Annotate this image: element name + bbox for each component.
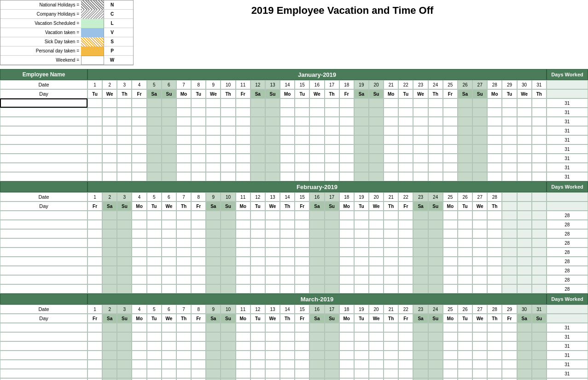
emp-day-0-3-27[interactable] xyxy=(472,126,487,135)
emp-day-1-4-2[interactable] xyxy=(102,248,117,257)
emp-day-0-3-12[interactable] xyxy=(250,126,265,135)
emp-day-2-5-18[interactable] xyxy=(339,369,354,378)
emp-day-2-5-19[interactable] xyxy=(354,369,369,378)
emp-day-2-3-28[interactable] xyxy=(487,351,502,360)
emp-day-1-3-28[interactable] xyxy=(487,238,502,248)
emp-day-2-6-5[interactable] xyxy=(147,378,162,380)
emp-day-1-8-5[interactable] xyxy=(147,284,162,294)
emp-day-0-1-7[interactable] xyxy=(176,108,191,117)
emp-day-2-2-10[interactable] xyxy=(221,341,235,351)
emp-day-2-4-3[interactable] xyxy=(117,360,132,369)
emp-day-2-3-10[interactable] xyxy=(221,351,235,360)
emp-day-0-5-6[interactable] xyxy=(162,144,176,154)
emp-day-1-3-7[interactable] xyxy=(176,238,191,248)
emp-day-0-7-27[interactable] xyxy=(472,163,487,172)
emp-day-1-5-25[interactable] xyxy=(443,257,458,266)
emp-day-1-8-21[interactable] xyxy=(384,284,398,294)
emp-day-2-6-18[interactable] xyxy=(339,378,354,380)
emp-day-0-8-1[interactable] xyxy=(87,172,102,181)
emp-day-0-7-1[interactable] xyxy=(87,163,102,172)
emp-day-0-3-19[interactable] xyxy=(354,126,369,135)
emp-day-1-5-16[interactable] xyxy=(309,257,324,266)
emp-day-1-7-26[interactable] xyxy=(458,275,472,284)
emp-day-0-3-3[interactable] xyxy=(117,126,132,135)
emp-day-2-4-18[interactable] xyxy=(339,360,354,369)
emp-day-0-8-11[interactable] xyxy=(236,172,250,181)
emp-day-0-3-29[interactable] xyxy=(502,126,517,135)
emp-day-0-5-28[interactable] xyxy=(487,144,502,154)
emp-day-2-6-29[interactable] xyxy=(502,378,517,380)
emp-day-2-3-16[interactable] xyxy=(309,351,324,360)
emp-day-2-4-16[interactable] xyxy=(309,360,324,369)
emp-day-1-0-17[interactable] xyxy=(325,211,339,220)
emp-day-2-4-27[interactable] xyxy=(472,360,487,369)
emp-day-1-4-7[interactable] xyxy=(176,248,191,257)
emp-day-1-1-19[interactable] xyxy=(354,220,369,229)
emp-day-1-7-9[interactable] xyxy=(206,275,221,284)
emp-day-1-1-3[interactable] xyxy=(117,220,132,229)
emp-day-0-5-13[interactable] xyxy=(265,144,280,154)
emp-day-2-0-10[interactable] xyxy=(221,323,235,332)
emp-day-2-5-22[interactable] xyxy=(398,369,413,378)
emp-day-1-3-10[interactable] xyxy=(221,238,235,248)
emp-day-1-3-27[interactable] xyxy=(472,238,487,248)
emp-day-1-6-9[interactable] xyxy=(206,266,221,275)
emp-day-0-4-9[interactable] xyxy=(206,135,221,144)
emp-day-0-1-13[interactable] xyxy=(265,108,280,117)
emp-day-2-5-1[interactable] xyxy=(87,369,102,378)
emp-day-1-3-20[interactable] xyxy=(369,238,384,248)
emp-day-2-2-11[interactable] xyxy=(236,341,250,351)
emp-day-2-4-30[interactable] xyxy=(517,360,532,369)
emp-day-1-6-14[interactable] xyxy=(280,266,295,275)
emp-day-1-8-26[interactable] xyxy=(458,284,472,294)
emp-day-0-8-28[interactable] xyxy=(487,172,502,181)
emp-day-0-5-26[interactable] xyxy=(458,144,472,154)
emp-day-0-2-15[interactable] xyxy=(295,117,309,126)
emp-day-2-5-15[interactable] xyxy=(295,369,309,378)
emp-day-2-0-4[interactable] xyxy=(132,323,146,332)
emp-day-2-2-1[interactable] xyxy=(87,341,102,351)
emp-day-1-7-10[interactable] xyxy=(221,275,235,284)
emp-day-2-4-25[interactable] xyxy=(443,360,458,369)
emp-day-0-7-11[interactable] xyxy=(236,163,250,172)
emp-day-0-0-17[interactable] xyxy=(325,98,339,108)
emp-day-1-1-14[interactable] xyxy=(280,220,295,229)
emp-day-0-1-25[interactable] xyxy=(443,108,458,117)
emp-day-2-3-29[interactable] xyxy=(502,351,517,360)
emp-day-1-5-27[interactable] xyxy=(472,257,487,266)
emp-day-0-1-8[interactable] xyxy=(191,108,206,117)
emp-day-0-2-16[interactable] xyxy=(309,117,324,126)
emp-day-1-2-7[interactable] xyxy=(176,229,191,238)
emp-day-0-0-8[interactable] xyxy=(191,98,206,108)
emp-day-1-0-7[interactable] xyxy=(176,211,191,220)
emp-day-1-4-19[interactable] xyxy=(354,248,369,257)
emp-day-0-4-8[interactable] xyxy=(191,135,206,144)
emp-day-2-5-4[interactable] xyxy=(132,369,146,378)
emp-day-0-0-7[interactable] xyxy=(176,98,191,108)
emp-day-1-6-28[interactable] xyxy=(487,266,502,275)
emp-day-1-1-13[interactable] xyxy=(265,220,280,229)
emp-day-1-8-19[interactable] xyxy=(354,284,369,294)
emp-day-1-5-1[interactable] xyxy=(87,257,102,266)
emp-day-1-7-22[interactable] xyxy=(398,275,413,284)
emp-day-0-3-9[interactable] xyxy=(206,126,221,135)
emp-day-2-5-26[interactable] xyxy=(458,369,472,378)
emp-day-0-6-2[interactable] xyxy=(102,154,117,163)
emp-day-0-1-27[interactable] xyxy=(472,108,487,117)
emp-day-0-8-20[interactable] xyxy=(369,172,384,181)
emp-day-2-6-7[interactable] xyxy=(176,378,191,380)
emp-day-0-6-23[interactable] xyxy=(413,154,428,163)
emp-day-2-1-24[interactable] xyxy=(428,332,443,341)
emp-day-0-8-27[interactable] xyxy=(472,172,487,181)
emp-day-1-4-28[interactable] xyxy=(487,248,502,257)
emp-day-1-3-4[interactable] xyxy=(132,238,146,248)
emp-day-2-5-7[interactable] xyxy=(176,369,191,378)
emp-day-0-0-12[interactable] xyxy=(250,98,265,108)
emp-day-1-0-24[interactable] xyxy=(428,211,443,220)
emp-day-0-2-18[interactable] xyxy=(339,117,354,126)
emp-day-1-2-12[interactable] xyxy=(250,229,265,238)
emp-day-1-0-4[interactable] xyxy=(132,211,146,220)
emp-day-1-0-11[interactable] xyxy=(236,211,250,220)
emp-day-1-0-16[interactable] xyxy=(309,211,324,220)
emp-day-0-8-21[interactable] xyxy=(384,172,398,181)
